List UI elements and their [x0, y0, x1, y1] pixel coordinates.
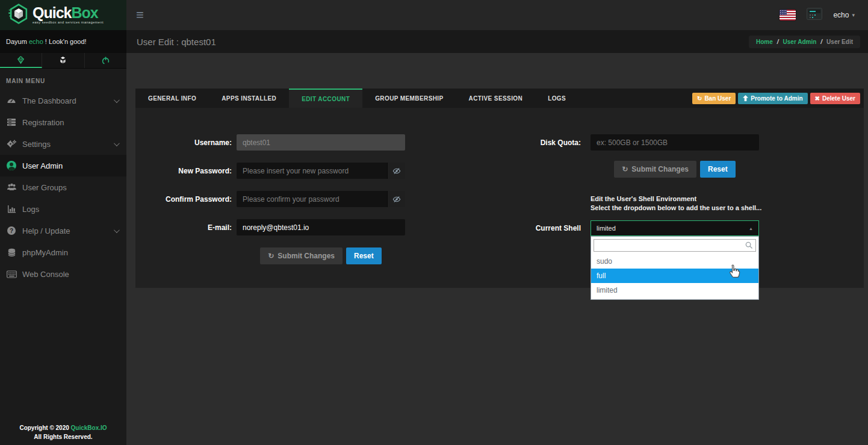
shell-search-input[interactable] [594, 239, 756, 252]
sidebar-item-label: Settings [22, 140, 51, 149]
database-icon [6, 248, 17, 257]
breadcrumb-home[interactable]: Home [756, 39, 773, 45]
chevron-down-icon [114, 227, 120, 233]
server-list-icon [6, 118, 17, 126]
sidebar-item-label: User Groups [22, 183, 67, 192]
shell-help-text: Edit the User's Shell Environment Select… [591, 194, 868, 213]
brand-tagline: easy seedbox and services management [33, 21, 104, 25]
sidebar-footer: Copyright © 2020 QuickBox.IO All Rights … [0, 423, 126, 441]
breadcrumb-separator: / [820, 39, 822, 45]
toggle-password-visibility-button[interactable] [387, 191, 405, 207]
tab-general-info[interactable]: GENERAL INFO [135, 89, 209, 108]
breadcrumb-current: User Edit [826, 39, 853, 45]
brand-logo[interactable]: QuickBox easy seedbox and services manag… [0, 0, 126, 30]
keyboard-icon [6, 270, 17, 278]
page-header: User Edit : qbtest01 Home / User Admin /… [126, 30, 868, 53]
account-column: Username: New Password: [135, 134, 473, 264]
sidebar-item-label: Logs [22, 205, 39, 214]
shell-option-full[interactable]: full [591, 269, 758, 283]
disk-quota-field[interactable] [591, 134, 759, 151]
account-form-buttons: ↻ Submit Changes Reset [237, 247, 405, 264]
shell-select-trigger[interactable]: limited ▲ [591, 220, 759, 236]
sidebar-tab-apps[interactable] [42, 53, 84, 68]
gears-icon [6, 140, 17, 149]
chevron-down-icon: ▾ [852, 12, 855, 18]
sidebar-item-registration[interactable]: Registration [0, 111, 126, 133]
sidebar-item-user-groups[interactable]: User Groups [0, 176, 126, 198]
ban-user-button[interactable]: ↻ Ban User [692, 93, 736, 104]
sidebar-item-label: Web Console [22, 270, 69, 279]
language-flag-icon[interactable] [780, 10, 796, 20]
main-content: GENERAL INFO APPS INSTALLED EDIT ACCOUNT… [126, 53, 868, 445]
sidebar-tab-main[interactable] [0, 53, 42, 68]
eye-slash-icon [392, 195, 401, 204]
delete-user-button[interactable]: ✖ Delete User [810, 93, 860, 104]
edit-account-form: Username: New Password: [135, 108, 864, 288]
reset-button[interactable]: Reset [346, 247, 382, 264]
email-label: E-mail: [135, 223, 232, 232]
email-field[interactable] [237, 219, 405, 235]
user-edit-panel: GENERAL INFO APPS INSTALLED EDIT ACCOUNT… [135, 89, 864, 288]
search-icon [745, 241, 754, 252]
toggle-password-visibility-button[interactable] [387, 163, 405, 179]
chevron-down-icon [114, 140, 120, 146]
sidebar-item-label: User Admin [22, 161, 63, 170]
refresh-icon: ↻ [622, 165, 628, 173]
top-bar-right: echo ▾ [780, 8, 855, 22]
server-status-icon[interactable] [807, 8, 822, 22]
quickbox-hexagon-icon [8, 3, 29, 27]
hamburger-menu-icon[interactable]: ≡ [136, 8, 144, 22]
shell-dropdown: sudo full limited [591, 236, 759, 300]
shell-select: limited ▲ [591, 220, 759, 236]
sidebar-item-web-console[interactable]: Web Console [0, 263, 126, 285]
sidebar-item-help-update[interactable]: ? Help / Update [0, 220, 126, 241]
tab-bar: GENERAL INFO APPS INSTALLED EDIT ACCOUNT… [135, 89, 864, 108]
submit-changes-button[interactable]: ↻ Submit Changes [260, 247, 343, 264]
promote-to-admin-button[interactable]: Promote to Admin [738, 93, 807, 104]
refresh-icon: ↻ [268, 252, 274, 260]
breadcrumb: Home / User Admin / User Edit [749, 36, 860, 48]
main-menu-label: MAIN MENU [0, 69, 126, 90]
username-field[interactable] [237, 134, 405, 151]
user-groups-icon [6, 183, 17, 191]
user-account-label: echo [833, 11, 849, 19]
user-action-buttons: ↻ Ban User Promote to Admin ✖ Delete Use… [692, 89, 860, 108]
current-shell-row: Current Shell limited ▲ [524, 220, 868, 237]
sidebar-item-settings[interactable]: Settings [0, 133, 126, 155]
breadcrumb-user-admin[interactable]: User Admin [783, 39, 817, 45]
chevron-down-icon [114, 97, 120, 103]
new-password-field[interactable] [237, 163, 387, 179]
sidebar-item-label: The Dashboard [22, 96, 76, 105]
quickbox-io-link[interactable]: QuickBox.IO [71, 425, 107, 431]
user-account-menu[interactable]: echo ▾ [833, 11, 855, 19]
sidebar-item-label: Help / Update [22, 226, 70, 235]
brand-quick: Quick [33, 4, 71, 21]
sidebar-item-label: phpMyAdmin [22, 248, 68, 257]
sidebar-item-phpmyadmin[interactable]: phpMyAdmin [0, 241, 126, 263]
sidebar: MAIN MENU The Dashboard [0, 53, 126, 445]
tab-logs[interactable]: LOGS [535, 89, 578, 108]
sidebar-item-logs[interactable]: Logs [0, 198, 126, 220]
tab-apps-installed[interactable]: APPS INSTALLED [209, 89, 289, 108]
sidebar-item-dashboard[interactable]: The Dashboard [0, 90, 126, 111]
breadcrumb-separator: / [777, 39, 779, 45]
tab-edit-account[interactable]: EDIT ACCOUNT [289, 89, 362, 108]
tab-active-session[interactable]: ACTIVE SESSION [456, 89, 536, 108]
new-password-label: New Password: [135, 167, 232, 175]
brand-name: QuickBox easy seedbox and services manag… [33, 5, 104, 25]
tab-group-membership[interactable]: GROUP MEMBERSHIP [362, 89, 456, 108]
sidebar-item-user-admin[interactable]: User Admin [0, 155, 126, 176]
greeting-username: echo [29, 38, 43, 45]
submit-changes-button[interactable]: ↻ Submit Changes [614, 161, 696, 178]
refresh-icon: ↻ [697, 95, 702, 102]
reset-button[interactable]: Reset [700, 161, 736, 178]
shell-option-limited[interactable]: limited [591, 283, 758, 297]
disk-quota-label: Disk Quota: [524, 138, 581, 147]
shell-option-sudo[interactable]: sudo [591, 254, 758, 269]
sidebar-tab-power[interactable] [85, 53, 126, 68]
sidebar-icon-tabs [0, 53, 126, 69]
confirm-password-field[interactable] [237, 191, 387, 207]
brand-box: Box [71, 4, 98, 21]
rights-reserved: All Rights Reserved. [0, 432, 126, 441]
top-bar-main: ≡ echo ▾ [126, 0, 868, 30]
